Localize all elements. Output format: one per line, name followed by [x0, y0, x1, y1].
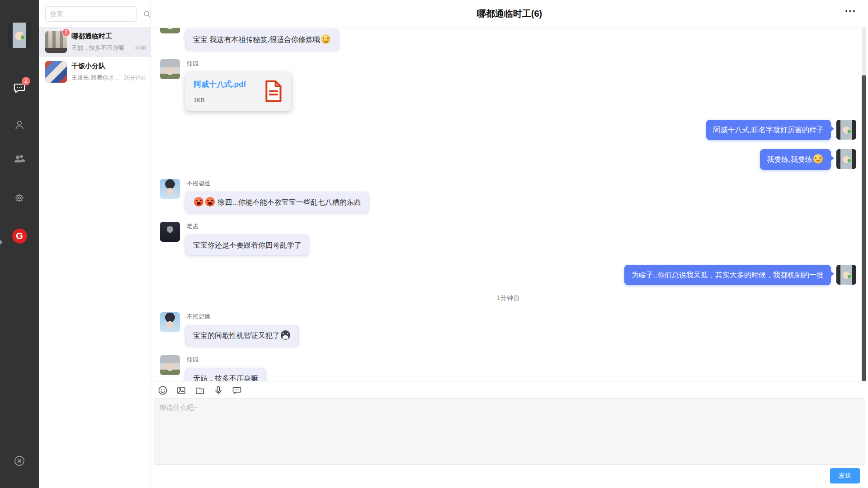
search-button[interactable] — [142, 9, 151, 19]
chat-main: 哪都通临时工(6) ··· 宝宝 我这有本祖传秘笈,很适合你修炼哦 徐四 — [151, 0, 868, 488]
close-button[interactable] — [0, 455, 39, 467]
chat-item-time: 26分钟前 — [124, 74, 146, 82]
sender-name: 徐四 — [187, 60, 198, 68]
image-upload-button[interactable] — [176, 385, 187, 396]
message-bubble: 宝宝 我这有本祖传秘笈,很适合你修炼哦 — [185, 29, 339, 50]
contacts-icon — [13, 118, 26, 131]
microphone-icon — [213, 385, 224, 396]
hugging-face-emoji — [321, 34, 330, 44]
search-icon — [142, 9, 151, 19]
message-avatar[interactable] — [160, 59, 180, 79]
time-divider: 1分钟前 — [160, 294, 856, 302]
message-bubble: 我要练,我要练 — [760, 149, 831, 169]
message-list: 宝宝 我这有本祖传秘笈,很适合你修炼哦 徐四 阿威十八式.pdf 1KB — [151, 28, 868, 381]
chat-bubble-dots-icon — [231, 385, 242, 396]
sender-name: 不摇碧莲 — [187, 179, 210, 188]
message-input[interactable] — [154, 399, 865, 465]
message-row: 不摇碧莲 宝宝的间歇性机智证又犯了 — [160, 312, 856, 346]
message-row: 不摇碧莲 徐四...你能不能不教宝宝一些乱七八糟的东西 — [160, 179, 856, 213]
chat-history-button[interactable] — [231, 385, 242, 396]
chat-item-avatar: 2 — [45, 31, 67, 53]
composer-toolbar — [151, 381, 868, 399]
send-row: 发送 — [151, 465, 868, 488]
send-button[interactable]: 发送 — [830, 468, 860, 483]
chat-title: 哪都通临时工(6) — [477, 8, 542, 20]
message-row: 宝宝 我这有本祖传秘笈,很适合你修炼哦 — [160, 29, 856, 50]
message-bubble: 阿威十八式,听名字就好厉害的样子 — [706, 120, 831, 140]
close-icon — [13, 455, 26, 467]
file-upload-button[interactable] — [194, 385, 205, 396]
message-avatar[interactable] — [160, 179, 180, 199]
nav-chat-button[interactable]: 2 — [0, 81, 39, 95]
message-row: 我要练,我要练 — [160, 149, 856, 169]
sender-name: 徐四 — [187, 356, 198, 364]
chat-item-avatar — [45, 61, 67, 83]
message-avatar[interactable] — [836, 120, 856, 140]
message-avatar[interactable] — [160, 28, 180, 33]
image-icon — [176, 385, 187, 396]
scrollbar-track — [862, 28, 866, 381]
chat-item-title: 干饭小分队 — [71, 62, 146, 70]
message-row: 徐四 阿威十八式.pdf 1KB — [160, 59, 856, 111]
message-bubble: 宝宝你还是不要跟着你四哥乱学了 — [185, 235, 309, 256]
angry-face-emoji — [194, 197, 203, 206]
message-row: 为啥子..你们总说我呆瓜，其实大多的时候，我都机制的一批 — [160, 265, 856, 285]
folder-icon — [194, 385, 205, 396]
chat-item-main: 哪都通临时工 无妨，技多不压身嘛 刚刚 — [71, 32, 146, 52]
message-avatar[interactable] — [160, 222, 180, 242]
file-message-card[interactable]: 阿威十八式.pdf 1KB — [185, 72, 291, 111]
nav-contacts-button[interactable] — [0, 118, 39, 131]
sidebar: 2 — [0, 0, 39, 488]
melting-face-emoji — [813, 154, 823, 164]
search-input[interactable] — [45, 6, 137, 22]
file-name: 阿威十八式.pdf — [193, 79, 257, 89]
nav-group-button[interactable] — [0, 152, 39, 165]
chat-item-preview: 无妨，技多不压身嘛 — [71, 44, 132, 52]
message-avatar[interactable] — [160, 355, 180, 375]
message-bubble: 为啥子..你们总说我呆瓜，其实大多的时候，我都机制的一批 — [624, 265, 831, 285]
chat-list-item[interactable]: 干饭小分队 王道长,我看你才... 26分钟前 — [39, 57, 151, 87]
user-avatar[interactable] — [8, 23, 31, 48]
chat-list-item[interactable]: 2 哪都通临时工 无妨，技多不压身嘛 刚刚 — [39, 27, 151, 57]
nav-settings-button[interactable] — [0, 192, 39, 204]
message-row: 老孟 宝宝你还是不要跟着你四哥乱学了 — [160, 222, 856, 256]
penguin-emoji — [281, 330, 290, 340]
more-options-button[interactable]: ··· — [845, 6, 856, 16]
chat-header: 哪都通临时工(6) ··· — [151, 0, 868, 28]
chat-list-panel: 2 哪都通临时工 无妨，技多不压身嘛 刚刚 干饭小分队 王道长,我看你才... … — [39, 0, 151, 488]
message-bubble: 无妨，技多不压身嘛 — [185, 368, 266, 381]
logo-g-icon: G — [12, 229, 27, 244]
file-size: 1KB — [193, 97, 257, 103]
chat-item-time: 刚刚 — [135, 44, 146, 52]
chat-item-main: 干饭小分队 王道长,我看你才... 26分钟前 — [71, 62, 146, 82]
angry-face-emoji — [205, 197, 215, 206]
chat-app-window: 2 — [0, 0, 868, 488]
message-row: 徐四 无妨，技多不压身嘛 — [160, 355, 856, 381]
message-avatar[interactable] — [836, 149, 856, 169]
input-wrap — [151, 399, 868, 465]
unread-badge: 2 — [62, 28, 70, 37]
settings-icon — [13, 192, 26, 204]
sender-name: 不摇碧莲 — [187, 313, 210, 321]
smiley-icon — [157, 385, 168, 396]
unread-badge: 2 — [22, 77, 30, 85]
scrollbar-thumb[interactable] — [862, 75, 866, 381]
ellipsis-icon: ··· — [845, 5, 856, 17]
message-avatar[interactable] — [160, 312, 180, 332]
group-icon — [13, 152, 26, 165]
chat-item-preview: 王道长,我看你才... — [71, 74, 121, 82]
search-row — [39, 0, 151, 27]
voice-message-button[interactable] — [213, 385, 224, 396]
sender-name: 老孟 — [187, 222, 198, 230]
message-bubble: 徐四...你能不能不教宝宝一些乱七八糟的东西 — [185, 192, 369, 213]
emoji-picker-button[interactable] — [157, 385, 168, 396]
message-bubble: 宝宝的间歇性机智证又犯了 — [185, 325, 299, 346]
app-logo[interactable]: G — [0, 229, 39, 244]
composer: 发送 — [151, 381, 868, 488]
message-avatar[interactable] — [836, 265, 856, 285]
message-row: 阿威十八式,听名字就好厉害的样子 — [160, 120, 856, 140]
pdf-document-icon — [263, 80, 283, 103]
collapse-arrow-icon[interactable] — [0, 239, 3, 245]
chat-item-title: 哪都通临时工 — [71, 32, 146, 41]
